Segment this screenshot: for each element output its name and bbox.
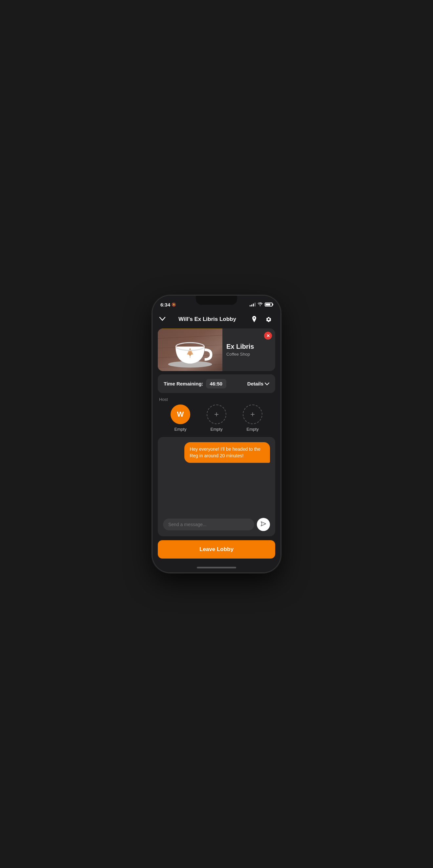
home-bar	[197, 567, 236, 568]
timer-label: Time Remaining:	[164, 381, 203, 386]
settings-icon[interactable]	[263, 314, 274, 324]
notch	[196, 296, 237, 305]
host-section: Host W Empty + Empty +	[152, 393, 281, 434]
participant-slot-3[interactable]: + Empty	[243, 404, 262, 432]
add-icon-3: +	[250, 410, 255, 419]
participant-label-2: Empty	[210, 427, 223, 432]
participant-label-3: Empty	[247, 427, 259, 432]
battery-icon	[265, 303, 272, 307]
wifi-icon	[258, 302, 263, 307]
details-button[interactable]: Details	[247, 381, 269, 386]
add-icon-2: +	[214, 410, 219, 419]
participant-slot-2[interactable]: + Empty	[207, 404, 226, 432]
participants-row: W Empty + Empty + Empty	[159, 404, 274, 432]
bell-icon: 🔕	[172, 303, 176, 307]
message-input[interactable]	[163, 519, 254, 530]
chat-message: Hey everyone! I'll be headed to the Reg …	[184, 442, 270, 463]
leave-lobby-button[interactable]: Leave Lobby	[158, 540, 275, 559]
status-icons	[250, 302, 272, 307]
chevron-down-icon[interactable]	[159, 316, 166, 323]
details-label: Details	[247, 381, 263, 386]
lobby-title: Will's Ex Libris Lobby	[166, 316, 249, 322]
status-time: 6:34 🔕	[161, 302, 176, 307]
empty-slot-3[interactable]: +	[243, 404, 262, 424]
chat-messages: Hey everyone! I'll be headed to the Reg …	[163, 442, 270, 515]
message-input-row	[163, 518, 270, 531]
screen: 6:34 🔕 Will's Ex Libris Lobby	[152, 296, 281, 572]
send-button[interactable]	[257, 518, 270, 531]
leave-lobby-label: Leave Lobby	[199, 546, 234, 552]
participant-label-1: Empty	[174, 427, 186, 432]
close-button[interactable]: ✕	[264, 332, 272, 340]
signal-icon	[250, 303, 256, 307]
close-icon: ✕	[266, 333, 270, 338]
send-icon	[260, 521, 266, 528]
venue-card: Ex Libris Coffee Shop ✕	[158, 329, 275, 371]
host-label: Host	[159, 397, 274, 402]
location-icon[interactable]	[249, 314, 259, 324]
timer-value: 46:50	[206, 379, 226, 389]
participant-host: W Empty	[171, 404, 190, 432]
timer-left: Time Remaining: 46:50	[164, 379, 226, 389]
empty-slot-2[interactable]: +	[207, 404, 226, 424]
header: Will's Ex Libris Lobby	[152, 311, 281, 329]
clock-time: 6:34	[161, 302, 170, 307]
header-action-icons	[249, 314, 274, 324]
phone-frame: 6:34 🔕 Will's Ex Libris Lobby	[152, 296, 281, 572]
home-indicator	[152, 562, 281, 572]
host-avatar: W	[171, 404, 190, 424]
chat-area: Hey everyone! I'll be headed to the Reg …	[158, 437, 275, 536]
venue-image	[158, 329, 223, 371]
venue-type: Coffee Shop	[226, 352, 271, 356]
timer-row: Time Remaining: 46:50 Details	[158, 374, 275, 393]
chevron-down-icon	[265, 381, 269, 386]
venue-name: Ex Libris	[226, 343, 271, 350]
